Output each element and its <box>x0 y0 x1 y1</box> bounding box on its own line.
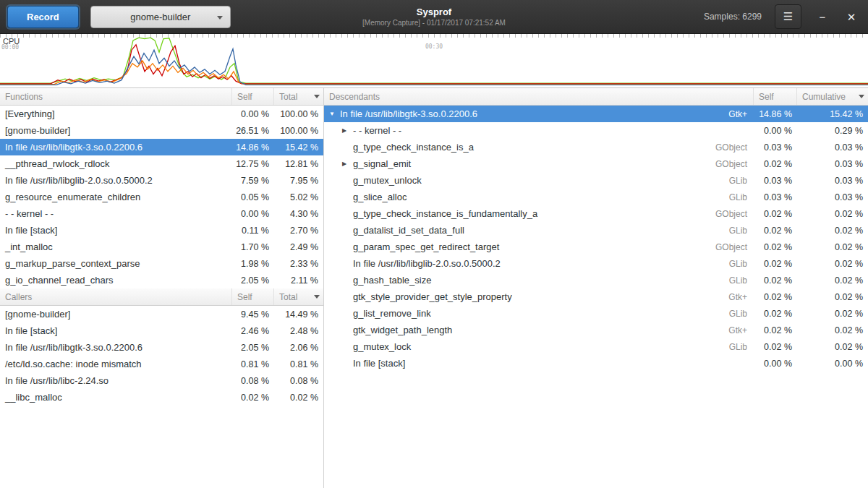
table-row[interactable]: [gnome-builder]26.51 %100.00 % <box>0 122 323 139</box>
function-name-cell: In file /usr/lib/libglib-2.0.so.0.5000.2… <box>324 258 754 269</box>
descendants-column-header[interactable]: Descendants <box>324 88 754 105</box>
title-block: Sysprof [Memory Capture] - 01/17/2017 07… <box>362 7 506 27</box>
total-percent-cell: 2.49 % <box>274 242 323 252</box>
function-name-cell: _int_malloc <box>0 241 232 252</box>
total-percent-cell: 5.02 % <box>274 192 323 202</box>
time-label-start: 00:00 <box>1 44 19 51</box>
function-name-cell: g_param_spec_get_redirect_targetGObject <box>324 241 754 252</box>
close-button[interactable]: ✕ <box>843 12 859 22</box>
table-row[interactable]: g_hash_table_sizeGLib0.02 %0.02 % <box>324 272 868 288</box>
expander-closed-icon[interactable]: ▶ <box>342 128 353 134</box>
total-percent-cell: 0.03 % <box>797 192 868 202</box>
self-percent-cell: 0.05 % <box>232 192 274 202</box>
table-row[interactable]: g_mutex_unlockGLib0.03 %0.03 % <box>324 172 868 189</box>
menu-button[interactable]: ☰ <box>775 4 801 29</box>
table-row[interactable]: _int_malloc1.70 %2.49 % <box>0 239 323 255</box>
self-percent-cell: 0.81 % <box>232 359 274 369</box>
table-row[interactable]: g_resource_enumerate_children0.05 %5.02 … <box>0 189 323 205</box>
minimize-button[interactable]: − <box>814 12 830 22</box>
table-row[interactable]: [gnome-builder]9.45 %14.49 % <box>0 306 323 322</box>
function-name-cell: In file [stack] <box>324 358 754 369</box>
samples-count: Samples: 6299 <box>704 12 762 22</box>
table-row[interactable]: g_list_remove_linkGLib0.02 %0.02 % <box>324 305 868 322</box>
callers-column-header[interactable]: Callers <box>0 288 232 305</box>
function-name-cell: /etc/ld.so.cache: inode mismatch <box>0 359 232 369</box>
callers-header-row: Callers Self Total <box>0 288 323 306</box>
total-column-header[interactable]: Total <box>274 88 323 105</box>
hamburger-icon: ☰ <box>783 10 793 23</box>
self-percent-cell: 1.70 % <box>232 242 274 252</box>
expander-closed-icon[interactable]: ▶ <box>342 161 353 167</box>
table-row[interactable]: In file /usr/lib/libgtk-3.so.0.2200.614.… <box>0 139 323 155</box>
table-row[interactable]: gtk_widget_path_lengthGtk+0.02 %0.02 % <box>324 322 868 338</box>
self-percent-cell: 0.02 % <box>754 259 797 269</box>
total-percent-cell: 0.00 % <box>797 359 868 369</box>
function-name-cell: In file /usr/lib/libglib-2.0.so.0.5000.2 <box>0 175 232 186</box>
function-name-cell: ▼In file /usr/lib/libgtk-3.so.0.2200.6Gt… <box>324 108 754 119</box>
library-badge: GLib <box>729 342 754 352</box>
table-row[interactable]: g_param_spec_get_redirect_targetGObject0… <box>324 239 868 255</box>
table-row[interactable]: ▶g_signal_emitGObject0.02 %0.03 % <box>324 155 868 172</box>
table-row[interactable]: g_type_check_instance_is_aGObject0.03 %0… <box>324 139 868 155</box>
table-row[interactable]: In file /usr/lib/libc-2.24.so0.08 %0.08 … <box>0 372 323 389</box>
table-row[interactable]: In file [stack]0.11 %2.70 % <box>0 222 323 239</box>
sort-indicator-icon <box>314 295 320 299</box>
function-name: g_hash_table_size <box>353 275 729 286</box>
table-row[interactable]: __libc_malloc0.02 %0.02 % <box>0 389 323 406</box>
self-percent-cell: 0.02 % <box>754 226 797 236</box>
table-row[interactable]: gtk_style_provider_get_style_propertyGtk… <box>324 288 868 305</box>
total-percent-cell: 15.42 % <box>274 142 323 153</box>
table-row[interactable]: - - kernel - -0.00 %4.30 % <box>0 205 323 222</box>
function-name-cell: g_hash_table_sizeGLib <box>324 275 754 286</box>
expander-open-icon[interactable]: ▼ <box>329 111 340 117</box>
functions-table-body: [Everything]0.00 %100.00 %[gnome-builder… <box>0 106 323 288</box>
table-row[interactable]: __pthread_rwlock_rdlock12.75 %12.81 % <box>0 155 323 172</box>
table-row[interactable]: g_slice_allocGLib0.03 %0.03 % <box>324 189 868 205</box>
table-row[interactable]: g_datalist_id_set_data_fullGLib0.02 %0.0… <box>324 222 868 239</box>
function-name-cell: g_resource_enumerate_children <box>0 192 232 202</box>
profile-target-dropdown[interactable]: gnome-builder <box>90 6 231 28</box>
self-percent-cell: 9.45 % <box>232 309 274 320</box>
total-column-header[interactable]: Total <box>274 288 323 305</box>
total-percent-cell: 0.02 % <box>797 342 868 352</box>
cumulative-column-label: Cumulative <box>802 92 846 102</box>
self-column-header[interactable]: Self <box>232 88 274 105</box>
function-name-cell: g_datalist_id_set_data_fullGLib <box>324 225 754 236</box>
function-name: g_mutex_unlock <box>353 175 729 186</box>
cumulative-column-header[interactable]: Cumulative <box>797 88 868 105</box>
library-badge: Gtk+ <box>728 292 754 302</box>
library-badge: GObject <box>715 209 754 219</box>
self-column-header[interactable]: Self <box>232 288 274 305</box>
function-name: g_slice_alloc <box>353 192 729 202</box>
table-row[interactable]: ▼In file /usr/lib/libgtk-3.so.0.2200.6Gt… <box>324 106 868 122</box>
function-name: g_signal_emit <box>353 158 715 169</box>
table-row[interactable]: [Everything]0.00 %100.00 % <box>0 106 323 122</box>
self-percent-cell: 26.51 % <box>232 126 274 136</box>
table-row[interactable]: g_mutex_lockGLib0.02 %0.02 % <box>324 338 868 355</box>
self-percent-cell: 0.02 % <box>754 342 797 352</box>
library-badge: GLib <box>729 275 754 286</box>
total-percent-cell: 0.02 % <box>797 242 868 252</box>
table-row[interactable]: /etc/ld.so.cache: inode mismatch0.81 %0.… <box>0 356 323 372</box>
table-row[interactable]: g_io_channel_read_chars2.05 %2.11 % <box>0 272 323 288</box>
table-row[interactable]: In file /usr/lib/libgtk-3.so.0.2200.62.0… <box>0 339 323 356</box>
table-row[interactable]: In file /usr/lib/libglib-2.0.so.0.5000.2… <box>324 255 868 272</box>
function-name: In file /usr/lib/libglib-2.0.so.0.5000.2 <box>353 258 729 269</box>
function-name-cell: In file [stack] <box>0 225 232 236</box>
self-percent-cell: 14.86 % <box>232 142 274 153</box>
self-column-header[interactable]: Self <box>754 88 797 105</box>
function-name-cell: gtk_widget_path_lengthGtk+ <box>324 325 754 335</box>
function-name-cell: g_type_check_instance_is_aGObject <box>324 142 754 153</box>
table-row[interactable]: ▶- - kernel - -0.00 %0.29 % <box>324 122 868 139</box>
table-row[interactable]: In file [stack]0.00 %0.00 % <box>324 355 868 372</box>
sort-indicator-icon <box>314 95 320 98</box>
total-percent-cell: 7.95 % <box>274 176 323 186</box>
record-button[interactable]: Record <box>7 6 79 28</box>
table-row[interactable]: g_type_check_instance_is_fundamentally_a… <box>324 205 868 222</box>
cpu-graph[interactable]: CPU 00:00 00:30 <box>0 34 868 88</box>
functions-column-header[interactable]: Functions <box>0 88 232 105</box>
table-row[interactable]: In file [stack]2.46 %2.48 % <box>0 322 323 339</box>
total-percent-cell: 0.29 % <box>797 126 868 136</box>
table-row[interactable]: In file /usr/lib/libglib-2.0.so.0.5000.2… <box>0 172 323 189</box>
table-row[interactable]: g_markup_parse_context_parse1.98 %2.33 % <box>0 255 323 272</box>
